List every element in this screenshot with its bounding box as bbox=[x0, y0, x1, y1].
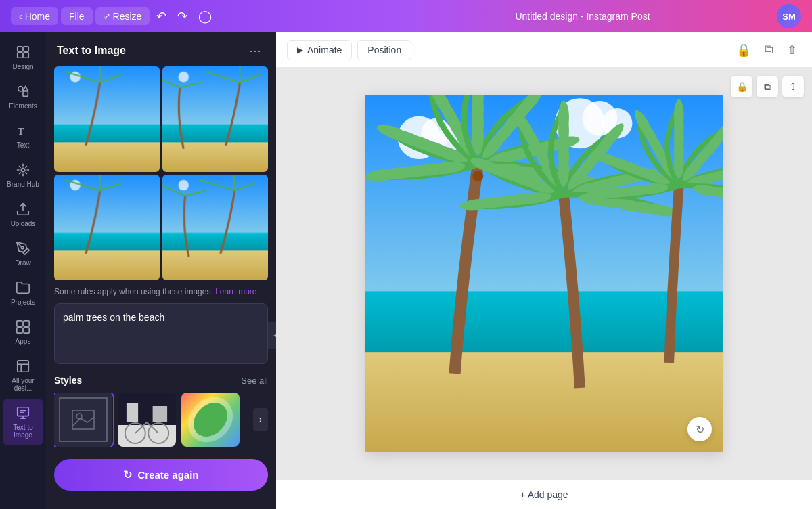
document-title: Untitled design - Instagram Post bbox=[394, 11, 771, 22]
projects-icon bbox=[16, 280, 30, 296]
avatar[interactable]: SM bbox=[777, 4, 801, 28]
sidebar-item-label: Uploads bbox=[11, 220, 36, 227]
lock-button[interactable]: 🔒 bbox=[732, 39, 755, 62]
sidebar-item-label: Text to Image bbox=[7, 424, 39, 439]
styles-grid: › bbox=[54, 393, 268, 447]
hide-panel-button[interactable]: ◀ bbox=[268, 322, 276, 349]
create-again-button[interactable]: ↻ Create again bbox=[54, 459, 268, 491]
svg-rect-14 bbox=[24, 328, 29, 333]
sidebar-item-brand-hub[interactable]: Brand Hub bbox=[3, 156, 43, 195]
see-all-button[interactable]: See all bbox=[241, 376, 268, 386]
sidebar-item-label: Design bbox=[12, 63, 33, 70]
topbar-left: ‹ Home File ⤢ Resize ↶ ↷ ◯ bbox=[11, 5, 388, 28]
svg-point-10 bbox=[21, 246, 24, 249]
svg-rect-15 bbox=[18, 361, 29, 372]
resize-button[interactable]: ⤢ Resize bbox=[95, 7, 150, 25]
style-vibrant[interactable] bbox=[181, 393, 240, 447]
position-button[interactable]: Position bbox=[357, 40, 411, 60]
panel: Text to Image ⋯ Some rules apply when us… bbox=[46, 32, 276, 509]
generated-image-1[interactable] bbox=[54, 66, 160, 172]
sidebar-item-label: Draw bbox=[15, 259, 30, 267]
sidebar-item-label: All your desi... bbox=[7, 377, 39, 392]
canvas-copy-button[interactable]: ⧉ bbox=[757, 76, 778, 97]
resize-label: Resize bbox=[113, 11, 142, 22]
sidebar-item-label: Elements bbox=[9, 102, 37, 110]
share-canvas-button[interactable]: ⇧ bbox=[783, 39, 801, 62]
canvas-export-button[interactable]: ⇧ bbox=[782, 76, 804, 97]
svg-rect-16 bbox=[18, 407, 29, 416]
sidebar-item-projects[interactable]: Projects bbox=[3, 273, 43, 313]
style-photo[interactable] bbox=[118, 393, 176, 447]
add-page-bar[interactable]: + Add page bbox=[276, 479, 812, 509]
file-label: File bbox=[69, 11, 85, 22]
canvas-lock-button[interactable]: 🔒 bbox=[731, 76, 752, 97]
panel-more-button[interactable]: ⋯ bbox=[245, 42, 265, 60]
icon-sidebar: Design Elements T Text Brand Hub Uploads bbox=[0, 32, 46, 509]
styles-header: Styles See all bbox=[54, 375, 268, 386]
apps-icon bbox=[16, 319, 30, 336]
svg-marker-6 bbox=[23, 87, 28, 91]
refresh-icon: ↻ bbox=[123, 468, 132, 481]
generated-image-3[interactable] bbox=[54, 175, 160, 280]
image-grid bbox=[46, 66, 276, 280]
undo-button[interactable]: ↶ bbox=[152, 5, 171, 28]
panel-header: Text to Image ⋯ bbox=[46, 32, 276, 66]
sidebar-item-all-designs[interactable]: All your desi... bbox=[3, 352, 43, 399]
chevron-left-icon: ‹ bbox=[19, 11, 22, 22]
toolbar-right: 🔒 ⧉ ⇧ bbox=[732, 39, 801, 62]
main-layout: Design Elements T Text Brand Hub Uploads bbox=[0, 32, 812, 509]
sidebar-item-draw[interactable]: Draw bbox=[3, 234, 43, 273]
animate-label: Animate bbox=[307, 45, 342, 56]
svg-rect-13 bbox=[17, 328, 22, 333]
svg-rect-12 bbox=[24, 321, 29, 326]
generated-image-4[interactable] bbox=[162, 175, 268, 280]
draw-icon bbox=[16, 241, 30, 257]
styles-section: Styles See all › bbox=[46, 367, 276, 452]
copy-button[interactable]: ⧉ bbox=[761, 39, 777, 61]
svg-rect-3 bbox=[24, 53, 28, 58]
create-again-label: Create again bbox=[137, 469, 198, 481]
sidebar-item-apps[interactable]: Apps bbox=[3, 313, 43, 352]
animate-button[interactable]: ▶ Animate bbox=[287, 40, 352, 60]
svg-point-8 bbox=[21, 168, 25, 172]
sidebar-item-text-to-image[interactable]: Text to Image bbox=[3, 399, 43, 445]
sidebar-item-uploads[interactable]: Uploads bbox=[3, 195, 43, 234]
animate-icon: ▶ bbox=[297, 45, 303, 55]
panel-title: Text to Image bbox=[57, 45, 126, 57]
design-canvas[interactable]: ↻ bbox=[365, 95, 723, 452]
svg-point-4 bbox=[18, 87, 23, 91]
learn-more-link[interactable]: Learn more bbox=[215, 287, 256, 296]
home-button[interactable]: ‹ Home bbox=[11, 7, 58, 25]
file-button[interactable]: File bbox=[61, 7, 93, 25]
sidebar-item-elements[interactable]: Elements bbox=[3, 77, 43, 116]
svg-rect-1 bbox=[24, 47, 28, 51]
styles-next-button[interactable]: › bbox=[253, 408, 268, 431]
topbar: ‹ Home File ⤢ Resize ↶ ↷ ◯ Untitled desi… bbox=[0, 0, 812, 32]
brand-hub-icon bbox=[16, 162, 30, 179]
canvas-actions: 🔒 ⧉ ⇧ bbox=[731, 76, 804, 97]
design-icon bbox=[16, 45, 30, 61]
generated-image-2[interactable] bbox=[162, 66, 268, 172]
resize-icon: ⤢ bbox=[104, 12, 110, 21]
canvas-area: ▶ Animate Position 🔒 ⧉ ⇧ 🔒 ⧉ ⇧ ↻ bbox=[276, 32, 812, 509]
style-none[interactable] bbox=[54, 393, 112, 447]
position-label: Position bbox=[367, 45, 401, 56]
svg-text:T: T bbox=[18, 126, 24, 137]
svg-rect-0 bbox=[18, 47, 22, 51]
canvas-workspace: 🔒 ⧉ ⇧ ↻ bbox=[276, 68, 812, 479]
prompt-input[interactable] bbox=[54, 303, 268, 364]
sidebar-item-label: Text bbox=[17, 141, 29, 149]
prompt-input-wrapper: ◀ bbox=[46, 303, 276, 367]
canvas-refresh-button[interactable]: ↻ bbox=[687, 417, 712, 441]
sidebar-item-text[interactable]: T Text bbox=[3, 116, 43, 156]
uploads-icon bbox=[16, 202, 30, 218]
all-designs-icon bbox=[16, 359, 30, 375]
text-icon: T bbox=[16, 123, 30, 139]
redo-button[interactable]: ↷ bbox=[173, 5, 191, 28]
topbar-right: SM bbox=[777, 4, 801, 28]
home-label: Home bbox=[25, 11, 50, 22]
text-to-image-icon bbox=[16, 405, 30, 422]
share-button[interactable]: ◯ bbox=[194, 5, 216, 28]
svg-rect-5 bbox=[23, 91, 28, 96]
sidebar-item-design[interactable]: Design bbox=[3, 38, 43, 77]
